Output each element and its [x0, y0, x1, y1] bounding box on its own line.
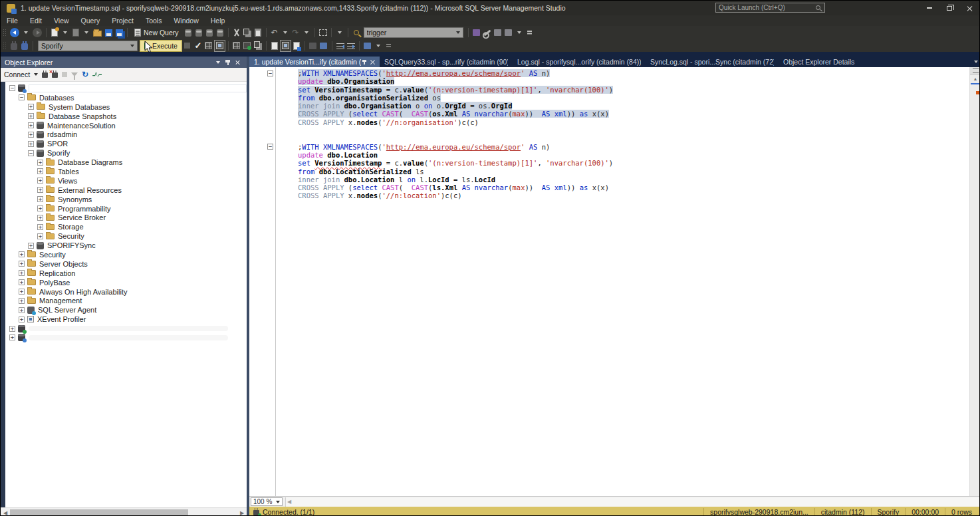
editor-tab-4[interactable]: Object Explorer Details: [779, 57, 912, 67]
object-explorer-hscrollbar[interactable]: ◀ ▶: [1, 507, 247, 516]
sqlcmd-mode-icon[interactable]: [308, 40, 318, 52]
undo[interactable]: ↶: [269, 27, 280, 39]
tree-expander[interactable]: +: [19, 298, 25, 304]
quick-launch-input[interactable]: Quick Launch (Ctrl+Q): [715, 3, 825, 13]
standard-toolbar-dropdown[interactable]: [334, 27, 345, 39]
new-mdx-query[interactable]: [193, 27, 204, 39]
tree-expander[interactable]: +: [37, 168, 43, 174]
code-line[interactable]: CROSS APPLY x.nodes('//n:organisation')c…: [298, 118, 969, 126]
code-line[interactable]: ;WITH XMLNAMESPACES('http://ema.europa.e…: [298, 69, 969, 77]
tree-item[interactable]: +: [5, 333, 247, 342]
menu-edit[interactable]: Edit: [24, 15, 48, 26]
tree-item-sporifysync[interactable]: +SPORIFYSync: [5, 241, 247, 250]
filter-icon[interactable]: [71, 72, 78, 76]
tree-item-external-resources[interactable]: +External Resources: [5, 186, 247, 195]
wrench-icon[interactable]: [482, 27, 493, 39]
tree-item-polybase[interactable]: +PolyBase: [5, 278, 247, 287]
tree-item-synonyms[interactable]: +Synonyms: [5, 195, 247, 204]
pin-icon[interactable]: [364, 60, 365, 64]
new-xmla-query[interactable]: [215, 27, 225, 39]
tree-item-security[interactable]: +Security: [5, 250, 247, 259]
add-item[interactable]: [70, 27, 81, 39]
tree-expander[interactable]: +: [28, 122, 34, 128]
tree-expander[interactable]: +: [19, 317, 25, 322]
undo-dropdown[interactable]: [280, 27, 291, 39]
copy[interactable]: [242, 27, 253, 39]
navigate-backward[interactable]: [9, 27, 21, 39]
tree-expander[interactable]: +: [19, 289, 25, 295]
menu-tools[interactable]: Tools: [140, 15, 168, 26]
code-line[interactable]: CROSS APPLY (select CAST( CAST(ls.Xml AS…: [298, 184, 969, 192]
tree-item-database-snapshots[interactable]: +Database Snapshots: [5, 112, 247, 121]
editor-tab-1[interactable]: SQLQuery33.sql - sp...rify (citadmin (90…: [380, 57, 513, 67]
outdent-icon[interactable]: [335, 40, 346, 52]
tree-expander[interactable]: +: [28, 113, 34, 119]
results-to-text-icon[interactable]: [269, 40, 280, 52]
tree-expander[interactable]: +: [28, 104, 34, 110]
chevron-down-icon[interactable]: [34, 73, 38, 76]
tree-expander[interactable]: +: [37, 215, 43, 221]
change-connection-icon[interactable]: [19, 40, 30, 52]
toolbar-options-dropdown[interactable]: [514, 27, 525, 39]
editor-toolbar-options-dropdown[interactable]: [373, 40, 384, 52]
command-window-icon[interactable]: [503, 27, 514, 39]
tree-item-system-databases[interactable]: +System Databases: [5, 102, 247, 112]
new-project[interactable]: [49, 27, 60, 39]
tree-expander[interactable]: +: [28, 243, 34, 249]
tree-expander[interactable]: +: [19, 270, 25, 276]
menu-help[interactable]: Help: [205, 15, 231, 26]
results-to-file-icon[interactable]: [291, 40, 302, 52]
refresh-icon[interactable]: ↻: [82, 70, 88, 78]
execute-button[interactable]: Execute: [140, 40, 182, 52]
new-database-engine-query[interactable]: [183, 27, 193, 39]
tree-expander[interactable]: +: [19, 251, 25, 257]
specify-template-values-icon[interactable]: [231, 40, 242, 52]
editor-hscrollbar[interactable]: ◀: [285, 497, 980, 507]
code-line[interactable]: from dbo.organisationSerialized os: [298, 94, 969, 102]
code-line[interactable]: set VersionTimestamp = c.value('(n:versi…: [298, 159, 969, 167]
fold-toggle[interactable]: −: [267, 144, 273, 150]
new-project-dropdown[interactable]: [60, 27, 70, 39]
tree-expander[interactable]: +: [37, 205, 43, 211]
scrollbar-thumb[interactable]: [10, 509, 188, 516]
close-button[interactable]: [959, 1, 979, 15]
panel-close-button[interactable]: [233, 58, 243, 66]
connect-icon[interactable]: [9, 40, 19, 52]
minimize-button[interactable]: [919, 1, 939, 15]
tree-item-maintenancesolution[interactable]: +MaintenanceSolution: [5, 121, 247, 130]
tree-item-server-objects[interactable]: +Server Objects: [5, 259, 247, 269]
tree-expander[interactable]: +: [28, 132, 34, 138]
code-line[interactable]: set VersionTimestamp = c.value('(n:versi…: [298, 86, 969, 94]
menu-query[interactable]: Query: [75, 15, 106, 26]
tree-item-replication[interactable]: +Replication: [5, 269, 247, 278]
properties-window-icon[interactable]: [471, 27, 482, 39]
close-icon[interactable]: [370, 59, 375, 64]
navigate-forward[interactable]: [31, 27, 43, 39]
tree-item-databases[interactable]: −Databases: [5, 93, 247, 102]
tree-item-security[interactable]: +Security: [5, 231, 247, 241]
new-query-button[interactable]: New Query: [130, 27, 183, 39]
tree-item-tables[interactable]: +Tables: [5, 167, 247, 176]
find-icon[interactable]: [351, 27, 362, 39]
menu-view[interactable]: View: [48, 15, 75, 26]
tree-item-service-broker[interactable]: +Service Broker: [5, 213, 247, 222]
code-line[interactable]: update dbo.Organisation: [298, 77, 969, 85]
menu-file[interactable]: File: [1, 15, 24, 26]
code-line[interactable]: inner join dbo.Location l on l.LocId = l…: [298, 176, 969, 184]
tree-item-management[interactable]: +Management: [5, 296, 247, 305]
save-all[interactable]: [114, 27, 124, 39]
tree-item-views[interactable]: +Views: [5, 176, 247, 186]
code-line[interactable]: update dbo.Location: [298, 151, 969, 159]
tree-item-always-on-high-availability[interactable]: +Always On High Availability: [5, 287, 247, 297]
parse-query[interactable]: ✓: [193, 40, 203, 52]
code-line[interactable]: CROSS APPLY x.nodes('//n:location')c(c): [298, 192, 969, 199]
tree-item-sql-server-agent[interactable]: +SQL Server Agent: [5, 305, 247, 315]
redo[interactable]: ↷: [291, 27, 301, 39]
tab-list-dropdown[interactable]: [974, 61, 978, 63]
editor-tab-2[interactable]: Log.sql - sporifysql...orify (citadmin (…: [513, 57, 646, 67]
database-combobox[interactable]: Sporify: [38, 41, 138, 51]
scroll-right-icon[interactable]: ▶: [237, 508, 247, 516]
tree-expander[interactable]: +: [19, 261, 25, 267]
tree-expander[interactable]: +: [37, 233, 43, 239]
disconnect-plug-icon[interactable]: [52, 72, 58, 78]
